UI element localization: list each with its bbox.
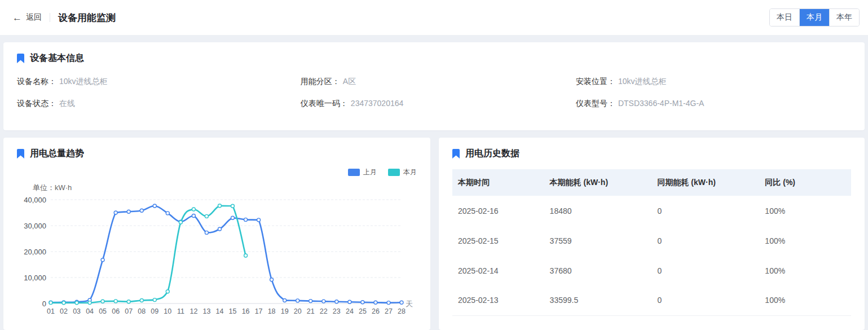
table-header-row: 本期时间本期能耗 (kW·h)同期能耗 (kW·h)同比 (%) xyxy=(452,169,851,196)
column-header: 本期能耗 (kW·h) xyxy=(544,169,652,196)
tab-month[interactable]: 本月 xyxy=(799,9,829,26)
page-title: 设备用能监测 xyxy=(58,11,116,24)
svg-text:12: 12 xyxy=(190,307,197,315)
legend-swatch-icon xyxy=(348,169,360,176)
svg-text:25: 25 xyxy=(359,307,367,315)
svg-text:04: 04 xyxy=(86,307,94,315)
table-row: 2025-02-14376800100% xyxy=(452,256,851,285)
back-label: 返回 xyxy=(26,12,42,23)
device-info-card: 设备基本信息 设备名称：10kv进线总柜用能分区：A区安装位置：10kv进线总柜… xyxy=(3,42,865,130)
field-label: 仪表型号： xyxy=(576,99,615,108)
svg-text:28: 28 xyxy=(398,307,406,315)
svg-text:10: 10 xyxy=(164,307,171,315)
table-body: 2025-02-16184800100%2025-02-15375590100%… xyxy=(452,196,851,315)
vertical-divider xyxy=(50,13,50,22)
table-cell: 100% xyxy=(759,196,851,226)
history-table-title: 用电历史数据 xyxy=(465,148,519,160)
field-label: 设备名称： xyxy=(17,77,56,86)
table-cell: 37680 xyxy=(544,256,652,285)
info-field: 仪表型号：DTSD3366-4P-M1-4G-A xyxy=(576,99,851,107)
table-row: 2025-02-16184800100% xyxy=(452,196,851,226)
legend-item[interactable]: 上月 xyxy=(348,168,377,177)
trend-chart[interactable]: 010,00020,00030,00040,000010203040506070… xyxy=(17,181,417,325)
field-label: 设备状态： xyxy=(17,99,56,108)
svg-text:09: 09 xyxy=(151,307,158,315)
svg-text:07: 07 xyxy=(125,307,133,315)
bookmark-icon xyxy=(17,149,24,159)
field-label: 用能分区： xyxy=(301,77,340,86)
svg-text:14: 14 xyxy=(216,307,224,315)
table-row: 2025-02-1333599.50100% xyxy=(452,285,851,315)
svg-text:10,000: 10,000 xyxy=(24,274,46,282)
svg-text:26: 26 xyxy=(372,307,380,315)
svg-text:40,000: 40,000 xyxy=(24,196,46,204)
svg-text:02: 02 xyxy=(60,307,68,315)
bookmark-icon xyxy=(17,54,24,63)
info-field: 安装位置：10kv进线总柜 xyxy=(576,77,851,85)
table-cell: 33599.5 xyxy=(544,285,652,315)
table-cell: 0 xyxy=(651,256,759,285)
field-label: 仪表唯一码： xyxy=(301,99,348,108)
back-button[interactable]: ← 返回 xyxy=(12,12,42,23)
svg-text:23: 23 xyxy=(333,307,341,315)
svg-text:13: 13 xyxy=(202,307,210,315)
svg-text:21: 21 xyxy=(307,307,315,315)
column-header: 同期能耗 (kW·h) xyxy=(651,169,759,196)
history-table-card: 用电历史数据 本期时间本期能耗 (kW·h)同期能耗 (kW·h)同比 (%) … xyxy=(439,138,865,330)
table-row: 2025-02-15375590100% xyxy=(452,226,851,256)
table-cell: 2025-02-14 xyxy=(452,256,544,285)
svg-text:05: 05 xyxy=(99,307,107,315)
svg-text:天: 天 xyxy=(406,300,413,308)
svg-text:19: 19 xyxy=(281,307,289,315)
svg-text:03: 03 xyxy=(73,307,81,315)
table-cell: 2025-02-13 xyxy=(452,285,544,315)
svg-text:15: 15 xyxy=(229,307,237,315)
page-content: 设备基本信息 设备名称：10kv进线总柜用能分区：A区安装位置：10kv进线总柜… xyxy=(0,35,868,330)
legend-item[interactable]: 本月 xyxy=(388,168,417,177)
svg-text:16: 16 xyxy=(242,307,250,315)
field-value: 234737020164 xyxy=(351,99,403,108)
field-label: 安装位置： xyxy=(576,77,615,86)
trend-chart-title: 用电总量趋势 xyxy=(30,148,84,160)
history-table: 本期时间本期能耗 (kW·h)同期能耗 (kW·h)同比 (%) 2025-02… xyxy=(452,169,851,316)
svg-text:17: 17 xyxy=(255,307,263,315)
table-cell: 0 xyxy=(651,285,759,315)
legend-label: 本月 xyxy=(403,168,417,177)
top-bar: ← 返回 设备用能监测 本日本月本年 xyxy=(0,0,868,35)
info-field: 仪表唯一码：234737020164 xyxy=(301,99,576,107)
info-field: 设备名称：10kv进线总柜 xyxy=(17,77,301,85)
field-value: A区 xyxy=(343,77,356,86)
svg-text:18: 18 xyxy=(268,307,276,315)
tab-today[interactable]: 本日 xyxy=(770,9,799,26)
svg-text:11: 11 xyxy=(177,307,184,315)
table-cell: 2025-02-15 xyxy=(452,226,544,256)
table-cell: 100% xyxy=(759,226,851,256)
device-fields: 设备名称：10kv进线总柜用能分区：A区安装位置：10kv进线总柜设备状态：在线… xyxy=(17,77,851,107)
field-value: 10kv进线总柜 xyxy=(59,77,108,86)
table-cell: 18480 xyxy=(544,196,652,226)
tab-year[interactable]: 本年 xyxy=(829,9,859,26)
table-cell: 100% xyxy=(759,285,851,315)
svg-text:24: 24 xyxy=(346,307,354,315)
table-cell: 2025-02-16 xyxy=(452,196,544,226)
column-header: 本期时间 xyxy=(452,169,544,196)
table-cell: 0 xyxy=(651,226,759,256)
info-field: 用能分区：A区 xyxy=(301,77,576,85)
svg-text:27: 27 xyxy=(385,307,393,315)
arrow-left-icon: ← xyxy=(12,13,22,23)
chart-legend: 上月本月 xyxy=(17,168,417,176)
table-cell: 100% xyxy=(759,256,851,285)
field-value: DTSD3366-4P-M1-4G-A xyxy=(618,99,704,108)
device-info-title: 设备基本信息 xyxy=(30,52,84,64)
info-field: 设备状态：在线 xyxy=(17,99,301,107)
column-header: 同比 (%) xyxy=(759,169,851,196)
table-cell: 0 xyxy=(651,196,759,226)
svg-text:22: 22 xyxy=(320,307,328,315)
svg-text:08: 08 xyxy=(138,307,146,315)
trend-chart-card: 用电总量趋势 上月本月 010,00020,00030,00040,000010… xyxy=(3,138,430,330)
svg-text:20,000: 20,000 xyxy=(24,248,46,256)
svg-text:单位：kW·h: 单位：kW·h xyxy=(33,183,72,192)
svg-text:20: 20 xyxy=(294,307,302,315)
svg-text:06: 06 xyxy=(112,307,120,315)
legend-swatch-icon xyxy=(388,169,400,176)
